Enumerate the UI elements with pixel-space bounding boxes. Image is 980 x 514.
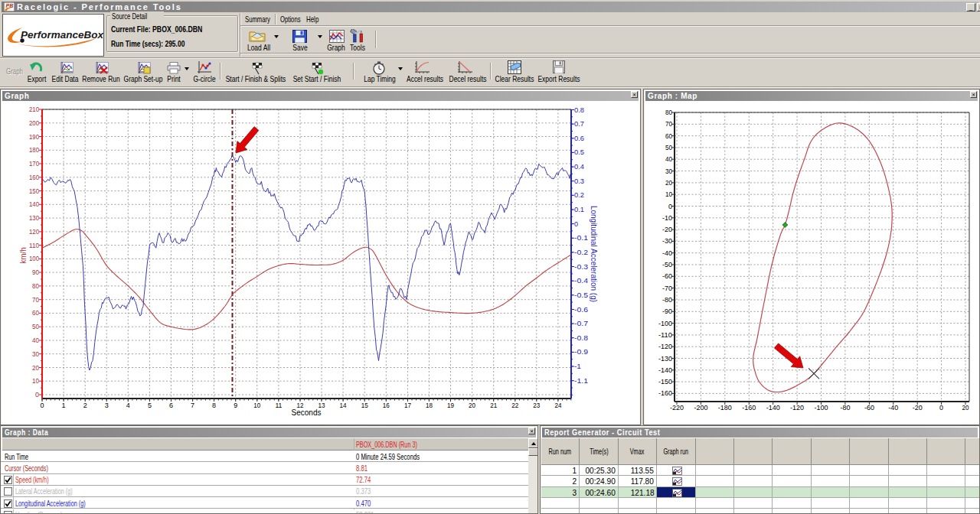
svg-text:20: 20: [962, 404, 969, 412]
svg-text:22: 22: [511, 402, 518, 409]
svg-text:1: 1: [62, 402, 66, 409]
svg-text:40: 40: [665, 155, 672, 163]
svg-text:0: 0: [40, 402, 44, 409]
svg-text:70: 70: [665, 120, 672, 128]
svg-text:-0.5: -0.5: [574, 291, 588, 299]
svg-text:0.3: 0.3: [574, 177, 584, 185]
svg-text:-200: -200: [694, 404, 707, 412]
svg-text:-120: -120: [790, 404, 804, 412]
svg-text:50: 50: [32, 323, 39, 330]
svg-text:80: 80: [32, 282, 39, 290]
svg-text:-0.4: -0.4: [574, 277, 588, 285]
svg-text:-140: -140: [766, 404, 780, 412]
svg-text:7: 7: [191, 402, 194, 409]
svg-text:0.5: 0.5: [574, 148, 584, 156]
svg-text:-0.8: -0.8: [574, 334, 588, 342]
svg-text:-60: -60: [662, 272, 672, 280]
svg-text:-160: -160: [658, 389, 672, 397]
svg-text:-100: -100: [658, 320, 672, 327]
svg-text:-100: -100: [815, 404, 828, 412]
svg-text:190: 190: [29, 133, 39, 141]
svg-text:70: 70: [32, 296, 39, 304]
svg-text:-30: -30: [662, 237, 672, 245]
svg-text:100: 100: [29, 255, 39, 262]
svg-text:17: 17: [404, 402, 411, 409]
svg-text:80: 80: [665, 109, 672, 116]
svg-text:-0.2: -0.2: [574, 249, 588, 256]
svg-text:0.8: 0.8: [574, 106, 584, 114]
svg-text:150: 150: [29, 187, 39, 195]
svg-text:-220: -220: [670, 404, 684, 412]
svg-text:-40: -40: [888, 404, 898, 412]
svg-text:2: 2: [83, 402, 87, 409]
svg-text:20: 20: [665, 179, 672, 187]
svg-text:140: 140: [29, 200, 39, 208]
svg-text:PB: PB: [6, 3, 14, 8]
svg-text:16: 16: [383, 402, 390, 409]
svg-text:23: 23: [533, 402, 540, 409]
svg-text:-180: -180: [718, 404, 732, 412]
svg-text:8: 8: [212, 402, 216, 409]
svg-text:-1: -1: [574, 363, 581, 370]
svg-text:0.7: 0.7: [574, 120, 584, 128]
svg-text:21: 21: [490, 402, 497, 409]
svg-text:18: 18: [426, 402, 433, 409]
svg-text:-0.6: -0.6: [574, 306, 588, 314]
svg-text:Longitudinal Acceleration (g): Longitudinal Acceleration (g): [590, 206, 598, 302]
svg-text:30: 30: [32, 350, 39, 358]
svg-text:0.2: 0.2: [574, 191, 584, 199]
svg-text:5: 5: [148, 402, 152, 409]
svg-text:110: 110: [29, 242, 39, 249]
svg-text:170: 170: [29, 160, 39, 168]
svg-text:15: 15: [361, 402, 368, 409]
svg-text:24: 24: [554, 402, 561, 409]
svg-text:180: 180: [29, 146, 39, 154]
svg-text:11: 11: [275, 402, 282, 409]
svg-text:-110: -110: [658, 331, 672, 339]
svg-text:14: 14: [340, 402, 347, 409]
svg-text:-20: -20: [913, 404, 923, 412]
svg-text:-60: -60: [864, 404, 874, 412]
svg-text:4: 4: [126, 402, 130, 409]
svg-text:-80: -80: [662, 296, 672, 304]
svg-text:50: 50: [665, 144, 672, 151]
svg-text:60: 60: [32, 309, 39, 317]
svg-text:-40: -40: [662, 249, 672, 257]
svg-text:km/h: km/h: [19, 247, 28, 264]
svg-text:30: 30: [665, 168, 672, 175]
svg-text:120: 120: [29, 228, 39, 236]
svg-text:-140: -140: [658, 366, 672, 374]
svg-text:20: 20: [32, 364, 39, 372]
svg-text:0: 0: [35, 391, 39, 399]
svg-text:10: 10: [665, 190, 672, 198]
svg-text:200: 200: [29, 119, 39, 127]
svg-text:10: 10: [253, 402, 260, 409]
svg-text:6: 6: [169, 402, 173, 409]
svg-text:19: 19: [447, 402, 454, 409]
svg-text:40: 40: [32, 337, 39, 344]
svg-text:130: 130: [29, 214, 39, 222]
svg-text:-120: -120: [658, 343, 672, 350]
svg-text:-1.1: -1.1: [574, 377, 588, 385]
svg-text:0: 0: [939, 404, 943, 412]
svg-text:-80: -80: [840, 404, 850, 412]
svg-text:0.1: 0.1: [574, 206, 584, 213]
svg-text:-130: -130: [658, 355, 672, 363]
svg-text:-150: -150: [658, 378, 672, 386]
svg-text:90: 90: [32, 268, 39, 276]
svg-text:-0.1: -0.1: [574, 234, 588, 242]
svg-text:-50: -50: [662, 261, 672, 268]
svg-text:-90: -90: [662, 307, 672, 315]
svg-text:0.4: 0.4: [574, 163, 584, 171]
svg-text:0: 0: [574, 220, 578, 228]
svg-text:Seconds: Seconds: [292, 408, 322, 417]
svg-text:20: 20: [469, 402, 475, 409]
svg-text:10: 10: [32, 377, 39, 385]
svg-text:210: 210: [29, 106, 39, 113]
svg-text:-0.3: -0.3: [574, 263, 588, 271]
svg-text:0: 0: [668, 203, 672, 210]
svg-text:60: 60: [665, 132, 672, 140]
svg-text:-160: -160: [742, 404, 756, 412]
svg-text:PerformanceBox: PerformanceBox: [21, 29, 103, 41]
svg-text:-20: -20: [662, 226, 672, 233]
